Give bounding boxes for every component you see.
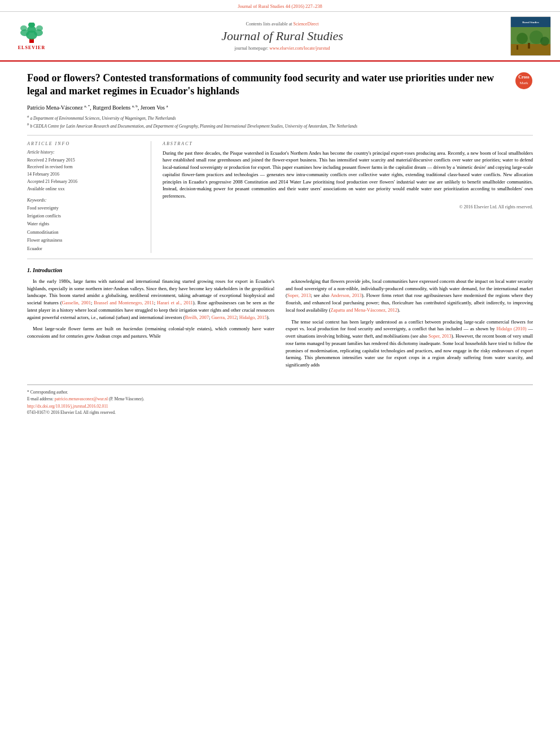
article-history-label: Article history: <box>27 150 143 155</box>
svg-point-6 <box>36 25 43 31</box>
cover-image-svg <box>511 27 551 56</box>
article-title-section: Food or flowers? Contested transformatio… <box>27 72 533 98</box>
journal-cover-image: Rural Studies <box>510 16 551 56</box>
intro-right-col: acknowledging that flowers provide jobs,… <box>286 278 533 373</box>
affiliation-a: a a Department of Environmental Sciences… <box>27 114 533 121</box>
svg-text:Cross: Cross <box>518 75 529 80</box>
crossmark-badge[interactable]: Cross Mark <box>515 72 533 90</box>
journal-name-heading: Journal of Rural Studies <box>60 29 505 43</box>
footer-copyright: 0743-0167/© 2016 Elsevier Ltd. All right… <box>27 410 533 415</box>
keyword-6: Ecuador <box>27 245 143 253</box>
cover-title: Rural Studies <box>522 21 539 24</box>
intro-para-1: In the early 1980s, large farms with nat… <box>27 278 274 321</box>
ref-soper2013b[interactable]: Soper, 2013 <box>428 333 452 339</box>
author-patricio: Patricio Mena-Vásconez <box>27 104 84 111</box>
ref-hidalgo2015[interactable]: Hidalgo, 2015 <box>239 314 267 320</box>
revised-date: 14 February 2016 <box>27 171 143 178</box>
keywords-section: Keywords: Food sovereignty Irrigation co… <box>27 198 143 253</box>
abstract-label: ABSTRACT <box>163 141 533 146</box>
ref-hidalgo2010[interactable]: Hidalgo (2010) <box>497 326 527 331</box>
contents-line: Contents lists available at ScienceDirec… <box>60 21 505 27</box>
introduction-section: 1. Introduction In the early 1980s, larg… <box>27 267 533 373</box>
journal-header: ELSEVIER Contents lists available at Sci… <box>0 12 560 62</box>
intro-body: In the early 1980s, large farms with nat… <box>27 278 533 373</box>
ref-soper2013[interactable]: Soper, 2013 <box>287 292 311 298</box>
available-online: Available online xxx <box>27 186 143 193</box>
journal-title-center: Contents lists available at ScienceDirec… <box>60 21 505 51</box>
ref-anderson2013[interactable]: Anderson, 2013 <box>331 292 362 298</box>
ref-brassel[interactable]: Brassel and Montenegro, 2011 <box>94 300 154 305</box>
footer-section: * Corresponding author. E-mail address: … <box>27 385 533 415</box>
svg-rect-14 <box>517 45 518 50</box>
svg-point-10 <box>517 33 528 44</box>
svg-text:Mark: Mark <box>519 81 528 85</box>
ref-harari[interactable]: Harari et al., 2011 <box>157 300 193 305</box>
keyword-1: Food sovereignty <box>27 204 143 212</box>
keywords-label: Keywords: <box>27 198 143 203</box>
intro-para-4: The tense social context has been largel… <box>286 318 533 369</box>
keyword-2: Irrigation conflicts <box>27 212 143 220</box>
abstract-text: During the past three decades, the Pisqu… <box>163 150 533 200</box>
cover-image-area <box>511 27 550 56</box>
corresponding-author-note: * Corresponding author. <box>27 390 533 395</box>
journal-citation: Journal of Rural Studies 44 (2016) 227–2… <box>238 3 322 9</box>
page: Journal of Rural Studies 44 (2016) 227–2… <box>0 0 560 747</box>
keyword-4: Commoditisation <box>27 229 143 237</box>
divider-after-abstract <box>27 259 533 259</box>
ref-breilh[interactable]: Breilh, 2007 <box>185 314 209 320</box>
svg-point-12 <box>540 37 549 46</box>
article-title: Food or flowers? Contested transformatio… <box>27 72 509 98</box>
article-info-label: ARTICLE INFO <box>27 141 143 146</box>
keyword-3: Water rights <box>27 220 143 228</box>
info-abstract-section: ARTICLE INFO Article history: Received 2… <box>27 141 533 253</box>
abstract-column: ABSTRACT During the past three decades, … <box>163 141 533 253</box>
footer-email-link[interactable]: patricio.menavasconez@wur.nl <box>55 396 108 401</box>
received-date: Received 2 February 2015 <box>27 157 143 164</box>
intro-para-3: acknowledging that flowers provide jobs,… <box>286 278 533 314</box>
ref-gasselin[interactable]: Gasselin, 2001 <box>62 300 91 305</box>
doi-link[interactable]: http://dx.doi.org/10.1016/j.jrurstud.201… <box>27 404 533 409</box>
article-info-column: ARTICLE INFO Article history: Received 2… <box>27 141 151 253</box>
accepted-date: Accepted 21 February 2016 <box>27 178 143 186</box>
intro-heading: 1. Introduction <box>27 267 533 273</box>
journal-homepage-link[interactable]: www.elsevier.com/locate/jrurstud <box>269 46 330 51</box>
divider-after-affiliations <box>27 135 533 136</box>
journal-homepage-line: journal homepage: www.elsevier.com/locat… <box>60 46 505 51</box>
elsevier-logo: ELSEVIER <box>9 23 54 50</box>
intro-para-2: Most large-scale flower farms are built … <box>27 325 274 340</box>
elsevier-tree-icon <box>15 23 49 44</box>
cover-top-bar: Rural Studies <box>511 17 550 27</box>
footer-email-line: E-mail address: patricio.menavasconez@wu… <box>27 396 533 401</box>
intro-left-col: In the early 1980s, large farms with nat… <box>27 278 274 373</box>
svg-point-5 <box>20 25 27 31</box>
revised-label: Received in revised form <box>27 164 143 171</box>
ref-zapatta[interactable]: Zapatta and Mena-Vásconez, 2012 <box>331 307 397 313</box>
keyword-5: Flower agritusiness <box>27 237 143 244</box>
affiliation-b: b b CEDLA Centre for Latin American Rese… <box>27 122 533 129</box>
journal-top-bar: Journal of Rural Studies 44 (2016) 227–2… <box>0 0 560 12</box>
science-direct-link[interactable]: ScienceDirect <box>294 21 319 27</box>
elsevier-label: ELSEVIER <box>18 45 45 50</box>
authors-line: Patricio Mena-Vásconez a, *, Rutgerd Boe… <box>27 104 533 111</box>
ref-guerra[interactable]: Guerra, 2012 <box>211 314 237 320</box>
abstract-copyright: © 2016 Elsevier Ltd. All rights reserved… <box>163 204 533 209</box>
main-content: Food or flowers? Contested transformatio… <box>0 62 560 424</box>
svg-rect-13 <box>528 43 530 49</box>
